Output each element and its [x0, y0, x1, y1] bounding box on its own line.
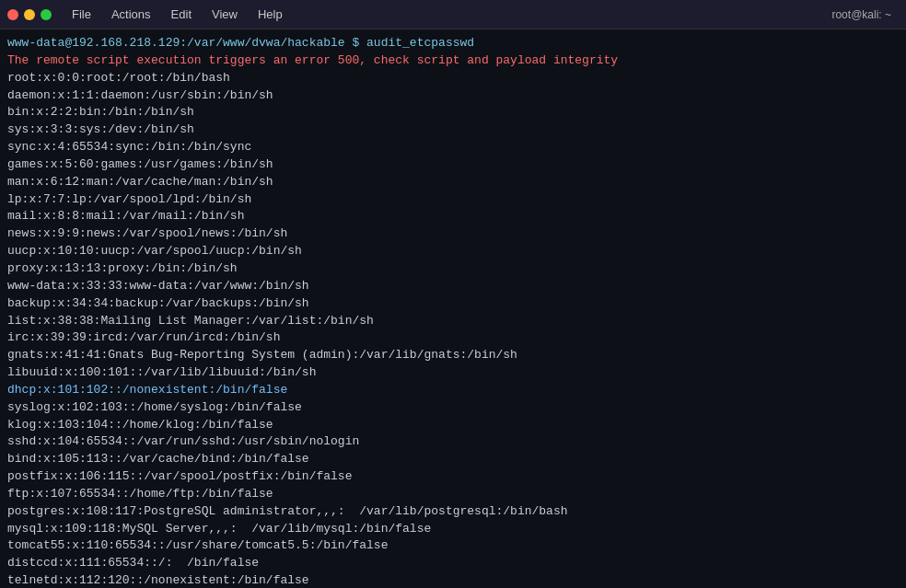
- terminal-line: man:x:6:12:man:/var/cache/man:/bin/sh: [7, 174, 899, 191]
- terminal-line: postgres:x:108:117:PostgreSQL administra…: [7, 503, 899, 521]
- terminal-line: mail:x:8:8:mail:/var/mail:/bin/sh: [7, 208, 899, 225]
- terminal-line: root:x:0:0:root:/root:/bin/bash: [7, 70, 899, 87]
- terminal-line: bin:x:2:2:bin:/bin:/bin/sh: [7, 104, 899, 121]
- terminal-line: lp:x:7:7:lp:/var/spool/lpd:/bin/sh: [7, 191, 899, 209]
- terminal-line: The remote script execution triggers an …: [7, 52, 899, 70]
- terminal-line: klog:x:103:104::/home/klog:/bin/false: [7, 417, 899, 434]
- window-title: root@kali: ~: [831, 8, 899, 21]
- window-controls: [7, 9, 52, 20]
- menu-item-edit[interactable]: Edit: [162, 6, 201, 23]
- terminal-line: distccd:x:111:65534::/: /bin/false: [7, 555, 899, 572]
- terminal-line: tomcat55:x:110:65534::/usr/share/tomcat5…: [7, 537, 899, 555]
- terminal[interactable]: www-data@192.168.218.129:/var/www/dvwa/h…: [0, 29, 906, 588]
- terminal-line: list:x:38:38:Mailing List Manager:/var/l…: [7, 313, 899, 330]
- menu-item-actions[interactable]: Actions: [102, 6, 160, 23]
- title-bar: FileActionsEditViewHelp root@kali: ~: [0, 0, 906, 29]
- terminal-line: postfix:x:106:115::/var/spool/postfix:/b…: [7, 468, 899, 486]
- maximize-button[interactable]: [41, 9, 52, 20]
- terminal-line: mysql:x:109:118:MySQL Server,,,: /var/li…: [7, 521, 899, 538]
- menu-item-help[interactable]: Help: [249, 6, 292, 23]
- menu-item-file[interactable]: File: [63, 6, 100, 23]
- terminal-line: telnetd:x:112:120::/nonexistent:/bin/fal…: [7, 572, 899, 588]
- minimize-button[interactable]: [24, 9, 35, 20]
- terminal-line: ftp:x:107:65534::/home/ftp:/bin/false: [7, 486, 899, 503]
- terminal-line: www-data:x:33:33:www-data:/var/www:/bin/…: [7, 278, 899, 295]
- terminal-line: www-data@192.168.218.129:/var/www/dvwa/h…: [7, 35, 899, 52]
- terminal-line: dhcp:x:101:102::/nonexistent:/bin/false: [7, 382, 899, 399]
- terminal-line: gnats:x:41:41:Gnats Bug-Reporting System…: [7, 347, 899, 364]
- menu-item-view[interactable]: View: [203, 6, 247, 23]
- terminal-line: backup:x:34:34:backup:/var/backups:/bin/…: [7, 295, 899, 313]
- terminal-line: games:x:5:60:games:/usr/games:/bin/sh: [7, 156, 899, 174]
- terminal-line: uucp:x:10:10:uucp:/var/spool/uucp:/bin/s…: [7, 243, 899, 260]
- terminal-line: libuuid:x:100:101::/var/lib/libuuid:/bin…: [7, 364, 899, 382]
- terminal-line: bind:x:105:113::/var/cache/bind:/bin/fal…: [7, 451, 899, 468]
- terminal-line: news:x:9:9:news:/var/spool/news:/bin/sh: [7, 225, 899, 243]
- terminal-line: daemon:x:1:1:daemon:/usr/sbin:/bin/sh: [7, 87, 899, 105]
- terminal-line: syslog:x:102:103::/home/syslog:/bin/fals…: [7, 399, 899, 417]
- terminal-line: sshd:x:104:65534::/var/run/sshd:/usr/sbi…: [7, 433, 899, 451]
- terminal-line: irc:x:39:39:ircd:/var/run/ircd:/bin/sh: [7, 329, 899, 347]
- menu-bar: FileActionsEditViewHelp: [63, 6, 831, 23]
- close-button[interactable]: [7, 9, 18, 20]
- terminal-line: sync:x:4:65534:sync:/bin:/bin/sync: [7, 139, 899, 156]
- terminal-line: proxy:x:13:13:proxy:/bin:/bin/sh: [7, 260, 899, 278]
- terminal-line: sys:x:3:3:sys:/dev:/bin/sh: [7, 121, 899, 139]
